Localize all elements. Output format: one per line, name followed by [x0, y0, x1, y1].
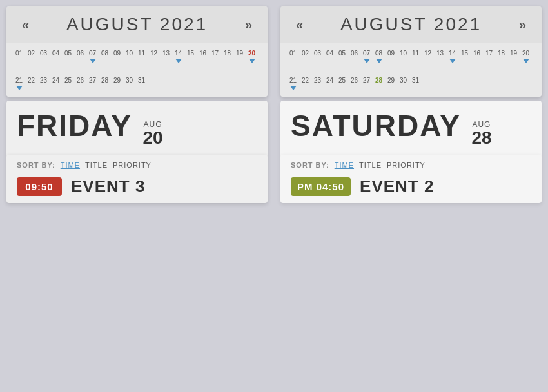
- right-sort-time[interactable]: TIME: [335, 161, 354, 169]
- day-item[interactable]: 08: [373, 49, 385, 63]
- day-item[interactable]: 17: [209, 49, 221, 63]
- left-calendar-days: 0102030405060708091011121314151617181920: [6, 43, 268, 70]
- day-item[interactable]: 13: [434, 49, 446, 63]
- left-month-title: AUGUST 2021: [66, 14, 208, 35]
- right-calendar-days: 0102030405060708091011121314151617181920: [280, 43, 542, 70]
- right-event-item: PM 04:50 EVENT 2: [291, 177, 531, 197]
- day-item[interactable]: 21: [287, 76, 299, 90]
- day-item[interactable]: 31: [409, 76, 422, 90]
- day-item[interactable]: 17: [483, 49, 495, 63]
- day-item[interactable]: 09: [111, 49, 123, 63]
- left-day-event-section: FRIDAY AUG 20 SORT BY: TIME TITLE PRIORI…: [6, 101, 268, 203]
- day-item[interactable]: 10: [397, 49, 409, 63]
- day-item[interactable]: 06: [348, 49, 360, 63]
- left-prev-button[interactable]: «: [17, 17, 34, 32]
- day-item[interactable]: 14: [446, 49, 458, 63]
- day-item[interactable]: 20: [520, 49, 532, 63]
- day-item[interactable]: 12: [422, 49, 434, 63]
- right-day-num: 28: [471, 129, 491, 147]
- right-event-name: EVENT 2: [360, 177, 434, 197]
- day-item[interactable]: 10: [123, 49, 135, 63]
- left-sort-bar: SORT BY: TIME TITLE PRIORITY: [17, 161, 257, 169]
- day-item[interactable]: 11: [409, 49, 422, 63]
- day-item[interactable]: 06: [74, 49, 86, 63]
- day-item[interactable]: 26: [74, 76, 86, 90]
- day-item[interactable]: 08: [99, 49, 111, 63]
- day-item[interactable]: 19: [233, 49, 246, 63]
- day-item[interactable]: 21: [13, 76, 25, 90]
- day-item[interactable]: 15: [184, 49, 197, 63]
- right-event-section: SORT BY: TIME TITLE PRIORITY PM 04:50 EV…: [280, 155, 542, 203]
- right-calendar-widget: « AUGUST 2021 » 010203040506070809101112…: [280, 6, 542, 97]
- left-event-time-badge: 09:50: [17, 177, 62, 196]
- right-sort-title[interactable]: TITLE: [359, 161, 382, 169]
- right-sort-label: SORT BY:: [291, 161, 329, 169]
- day-item[interactable]: 01: [13, 49, 25, 63]
- day-item[interactable]: 22: [25, 76, 37, 90]
- left-calendar-days-row2: 2122232425262728293031: [6, 70, 268, 97]
- day-item[interactable]: 09: [385, 49, 397, 63]
- day-item[interactable]: 18: [495, 49, 507, 63]
- left-next-button[interactable]: »: [240, 17, 257, 32]
- day-item[interactable]: 07: [86, 49, 99, 63]
- day-item[interactable]: 27: [360, 76, 373, 90]
- left-sort-title[interactable]: TITLE: [85, 161, 108, 169]
- day-item[interactable]: 31: [135, 76, 148, 90]
- day-item[interactable]: 07: [360, 49, 373, 63]
- day-item[interactable]: 26: [348, 76, 360, 90]
- day-item[interactable]: 05: [336, 49, 348, 63]
- day-item[interactable]: 18: [221, 49, 233, 63]
- day-item[interactable]: 30: [123, 76, 135, 90]
- day-item[interactable]: 29: [111, 76, 123, 90]
- day-item[interactable]: 11: [135, 49, 148, 63]
- day-item[interactable]: 23: [37, 76, 50, 90]
- day-item[interactable]: 28: [99, 76, 111, 90]
- day-item[interactable]: 03: [311, 49, 324, 63]
- day-item[interactable]: 29: [385, 76, 397, 90]
- day-item[interactable]: 19: [507, 49, 520, 63]
- day-item[interactable]: 25: [62, 76, 74, 90]
- right-sort-priority[interactable]: PRIORITY: [387, 161, 426, 169]
- day-item[interactable]: 30: [397, 76, 409, 90]
- day-item[interactable]: 24: [324, 76, 336, 90]
- right-day-event-section: SATURDAY AUG 28 SORT BY: TIME TITLE PRIO…: [280, 101, 542, 203]
- right-prev-button[interactable]: «: [291, 17, 308, 32]
- day-item[interactable]: 13: [160, 49, 172, 63]
- right-calendar-days-row2: 2122232425262728293031: [280, 70, 542, 97]
- day-item[interactable]: 03: [37, 49, 50, 63]
- left-event-item: 09:50 EVENT 3: [17, 177, 257, 197]
- left-event-name: EVENT 3: [71, 177, 145, 197]
- right-calendar-header: « AUGUST 2021 »: [280, 6, 542, 43]
- day-item[interactable]: 02: [299, 49, 311, 63]
- right-day-display: SATURDAY AUG 28: [280, 101, 542, 152]
- left-calendar-widget: « AUGUST 2021 » 010203040506070809101112…: [6, 6, 268, 97]
- day-item[interactable]: 15: [458, 49, 471, 63]
- day-item[interactable]: 04: [50, 49, 62, 63]
- left-day-display: FRIDAY AUG 20: [6, 101, 268, 152]
- day-item[interactable]: 23: [311, 76, 324, 90]
- day-item[interactable]: 24: [50, 76, 62, 90]
- day-item[interactable]: 04: [324, 49, 336, 63]
- day-item[interactable]: 25: [336, 76, 348, 90]
- left-sort-priority[interactable]: PRIORITY: [113, 161, 152, 169]
- day-item[interactable]: 27: [86, 76, 99, 90]
- day-item[interactable]: 02: [25, 49, 37, 63]
- left-panel: « AUGUST 2021 » 010203040506070809101112…: [0, 0, 274, 392]
- day-item[interactable]: 05: [62, 49, 74, 63]
- day-item[interactable]: 12: [148, 49, 160, 63]
- day-item[interactable]: 16: [197, 49, 209, 63]
- right-weekday: SATURDAY: [291, 108, 461, 143]
- left-sort-time[interactable]: TIME: [61, 161, 80, 169]
- left-date-badge: AUG 20: [142, 120, 162, 147]
- left-sort-label: SORT BY:: [17, 161, 55, 169]
- day-item[interactable]: 22: [299, 76, 311, 90]
- right-panel: « AUGUST 2021 » 010203040506070809101112…: [274, 0, 548, 392]
- day-item[interactable]: 28: [373, 76, 385, 90]
- left-day-num: 20: [142, 129, 162, 147]
- right-next-button[interactable]: »: [514, 17, 531, 32]
- day-item[interactable]: 01: [287, 49, 299, 63]
- day-item[interactable]: 16: [471, 49, 483, 63]
- day-item[interactable]: 20: [246, 49, 258, 63]
- day-item[interactable]: 14: [172, 49, 184, 63]
- left-weekday: FRIDAY: [17, 108, 132, 143]
